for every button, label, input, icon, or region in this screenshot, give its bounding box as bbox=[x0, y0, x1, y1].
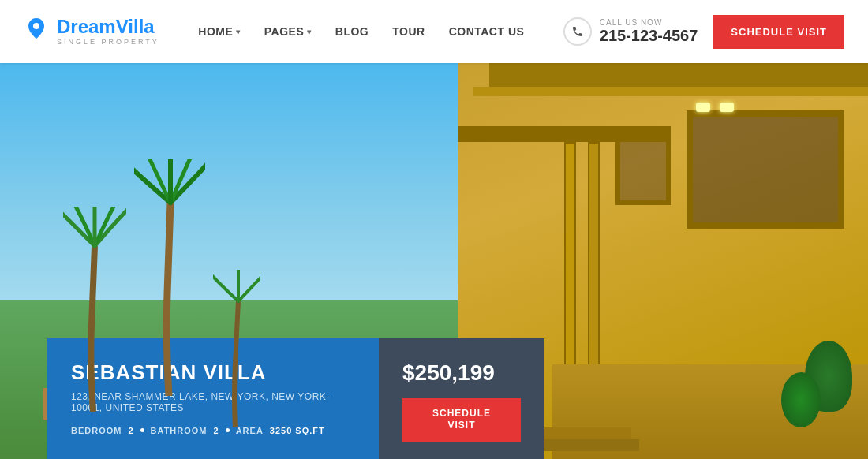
nav-item-contact[interactable]: CONTACT US bbox=[449, 25, 525, 38]
bathroom-label: BATHROOM bbox=[151, 426, 208, 435]
main-nav: HOME ▾ PAGES ▾ BLOG TOUR CONTACT US bbox=[198, 25, 524, 38]
header-right: CALL US NOW 215-123-4567 SCHEDULE VISIT bbox=[563, 15, 844, 49]
bedroom-label: BEDROOM bbox=[71, 426, 122, 435]
phone-icon bbox=[563, 17, 592, 46]
header-schedule-button[interactable]: SCHEDULE VISIT bbox=[713, 15, 844, 49]
logo-subtitle: Single Property bbox=[57, 38, 159, 46]
phone-area: CALL US NOW 215-123-4567 bbox=[563, 17, 698, 46]
logo-text: DreamVilla Single Property bbox=[57, 17, 159, 46]
bedroom-value: 2 bbox=[128, 426, 133, 435]
stat-separator-1 bbox=[140, 428, 144, 432]
nav-item-blog[interactable]: BLOG bbox=[335, 25, 369, 38]
logo-icon bbox=[24, 17, 49, 47]
call-label: CALL US NOW bbox=[600, 18, 698, 27]
nav-item-pages[interactable]: PAGES ▾ bbox=[264, 25, 312, 38]
phone-number: 215-123-4567 bbox=[600, 27, 698, 45]
logo[interactable]: DreamVilla Single Property bbox=[24, 17, 159, 47]
chevron-down-icon: ▾ bbox=[236, 28, 241, 36]
stat-separator-2 bbox=[226, 428, 230, 432]
nav-item-tour[interactable]: TOUR bbox=[392, 25, 425, 38]
property-price: $250,199 bbox=[402, 360, 495, 386]
chevron-down-icon: ▾ bbox=[307, 28, 312, 36]
palm-tree-2 bbox=[134, 159, 205, 396]
palm-tree-3 bbox=[213, 270, 260, 427]
nav-item-home[interactable]: HOME ▾ bbox=[198, 25, 241, 38]
phone-svg bbox=[571, 25, 584, 38]
hero-schedule-button[interactable]: SCHEDULE VISIT bbox=[402, 398, 521, 442]
phone-text: CALL US NOW 215-123-4567 bbox=[600, 18, 698, 45]
area-value: 3250 SQ.FT bbox=[270, 426, 325, 435]
svg-point-1 bbox=[33, 23, 39, 29]
palm-tree-1 bbox=[63, 207, 126, 412]
hero-section: SEBASTIAN VILLA 123, NEAR SHAMMER LAKE, … bbox=[0, 63, 868, 459]
property-dark-panel: $250,199 SCHEDULE VISIT bbox=[379, 338, 544, 459]
site-header: DreamVilla Single Property HOME ▾ PAGES … bbox=[0, 0, 868, 63]
logo-name: DreamVilla bbox=[57, 17, 159, 36]
